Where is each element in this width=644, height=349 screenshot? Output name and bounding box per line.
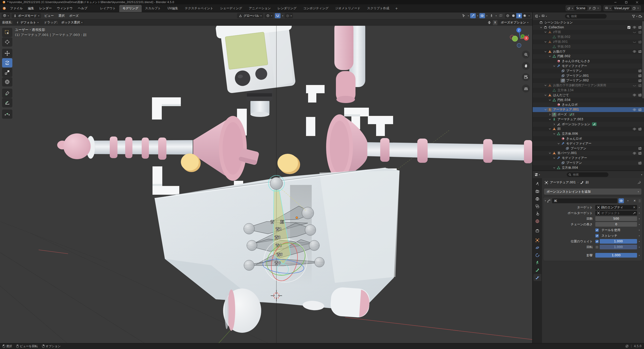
menu-3[interactable]: ウィンドウ: [54, 5, 75, 11]
properties-tab-data[interactable]: [533, 259, 541, 266]
animate-dot[interactable]: [637, 241, 641, 242]
properties-editor-type-button[interactable]: ▾: [535, 173, 540, 176]
viewlayer-name[interactable]: ViewLayer: [612, 6, 631, 11]
snap-toggle[interactable]: [275, 13, 281, 18]
animate-dot[interactable]: [637, 224, 641, 225]
perspective-toggle-button[interactable]: [522, 84, 530, 92]
check-icon[interactable]: [626, 26, 632, 29]
animate-dot[interactable]: [637, 207, 641, 208]
cam-icon[interactable]: [637, 93, 642, 97]
minimize-button[interactable]: [610, 0, 621, 4]
navigation-gizmo[interactable]: Z Y X: [506, 27, 531, 49]
chevron-down-icon[interactable]: [552, 167, 556, 169]
chevron-down-icon[interactable]: [544, 84, 547, 87]
cam-icon[interactable]: [637, 147, 642, 150]
pin-icon[interactable]: [638, 181, 641, 184]
rendered-shading-button[interactable]: [522, 13, 528, 18]
animate-dot[interactable]: [637, 230, 641, 231]
panel-expand-carat[interactable]: ▾: [545, 200, 546, 202]
pose-options-dropdown[interactable]: ポーズオプション ▾: [499, 20, 530, 25]
add-bone-constraint-button[interactable]: ボーンコンストレイントを追加▾: [544, 189, 641, 195]
axis-neg-y-ball[interactable]: [512, 36, 518, 41]
cam-icon[interactable]: [637, 161, 642, 165]
constraint-delete-button[interactable]: ✕: [632, 198, 637, 203]
menu-4[interactable]: ヘルプ: [75, 5, 90, 11]
outliner-item[interactable]: ブーリアン: [533, 69, 644, 73]
solid-shading-button[interactable]: [511, 13, 516, 18]
outliner-item[interactable]: ブーリアン.002: [533, 78, 644, 83]
チェーンの長さ-number-field[interactable]: 0: [595, 222, 637, 227]
new-collection-button[interactable]: [638, 14, 642, 18]
ターゲット-object-field[interactable]: 顔のエンプティ✕: [595, 205, 637, 210]
animate-dot[interactable]: [637, 213, 641, 214]
cam-icon[interactable]: [637, 79, 642, 82]
constraint-name-field[interactable]: IK: [552, 198, 617, 203]
editor-type-button[interactable]: ▾: [2, 13, 10, 18]
ストレッチ-checkbox[interactable]: [595, 234, 599, 237]
outliner-item[interactable]: 首パーツ.001: [533, 151, 644, 156]
menu-2[interactable]: レンダー: [37, 5, 54, 11]
properties-tab-tool[interactable]: [533, 180, 541, 187]
breadcrumb-object[interactable]: アーマチュア.001: [550, 180, 576, 185]
sidebar-collapse-arrow[interactable]: ‹: [528, 33, 529, 38]
pose-breakdowner-tool[interactable]: [2, 109, 12, 119]
show-gizmo-toggle[interactable]: [470, 13, 476, 18]
pan-hand-button[interactable]: [522, 62, 530, 70]
animate-dot[interactable]: [637, 235, 641, 236]
robot-foot-left[interactable]: [223, 288, 261, 333]
drag-mode-selector[interactable]: ボックス選択 ▾: [60, 20, 84, 25]
viewport-menu-1[interactable]: 選択: [56, 13, 67, 19]
maximize-button[interactable]: [621, 0, 632, 4]
menu-0[interactable]: ファイル: [7, 5, 25, 11]
show-overlays-toggle[interactable]: [479, 13, 485, 18]
chevron-down-icon[interactable]: [544, 41, 547, 43]
axis-neg-z-ball[interactable]: [517, 43, 521, 47]
coord-system-selector[interactable]: デフォルト ▾: [14, 20, 40, 25]
workspace-tab-スカルプト[interactable]: スカルプト: [142, 5, 164, 12]
annotate-tool[interactable]: [2, 89, 12, 98]
workspace-tab-モデリング[interactable]: モデリング: [119, 5, 142, 12]
add-workspace-button[interactable]: +: [393, 6, 401, 10]
viewport-menu-0[interactable]: ビュー: [42, 13, 56, 19]
close-button[interactable]: [632, 0, 642, 4]
eye-icon[interactable]: [632, 151, 637, 155]
cam-icon[interactable]: [637, 69, 642, 73]
viewport-menu-2[interactable]: ポーズ: [67, 13, 81, 19]
constraint-enable-eye-button[interactable]: [618, 198, 624, 203]
cursor-tool[interactable]: [2, 37, 12, 47]
outliner-item[interactable]: モディファイアー: [533, 156, 644, 160]
animate-dot[interactable]: [637, 247, 641, 248]
eye-closed-icon[interactable]: [632, 30, 637, 34]
viewlayer-selector[interactable]: ▾ ViewLayer ✕: [604, 5, 641, 11]
outliner-item[interactable]: きゅんロボ: [533, 136, 644, 141]
chevron-down-icon[interactable]: [548, 99, 552, 101]
select-box-tool[interactable]: [2, 28, 12, 37]
drag-handle-icon[interactable]: [639, 199, 641, 203]
transform-orientation-selector[interactable]: グローバル ▾: [237, 13, 263, 18]
位置のウェイト-slider[interactable]: 1.000: [600, 239, 637, 244]
properties-tab-bone-constraint[interactable]: [533, 274, 541, 281]
eye-icon[interactable]: [632, 108, 637, 112]
chevron-down-icon[interactable]: [552, 65, 556, 67]
chevron-down-icon[interactable]: [548, 128, 552, 130]
outliner-item[interactable]: 立方体.006: [533, 131, 644, 136]
transform-tool[interactable]: [2, 77, 12, 87]
scale-tool[interactable]: [2, 68, 12, 77]
eye-closed-icon[interactable]: [632, 40, 637, 44]
constraint-extras-carat[interactable]: ▾: [625, 198, 631, 203]
chevron-down-icon[interactable]: [544, 108, 547, 111]
outliner-item[interactable]: ブーリアン.001: [533, 73, 644, 78]
outliner-item[interactable]: きゅんロボむらさき: [533, 59, 644, 64]
outliner-item[interactable]: アーマチュア.001: [533, 107, 644, 112]
animate-dot[interactable]: [637, 218, 641, 219]
cam-icon[interactable]: [637, 127, 642, 131]
properties-tab-collection[interactable]: [533, 227, 541, 234]
outliner-search-input[interactable]: [565, 14, 607, 19]
outliner-item[interactable]: きゅんロボ: [533, 103, 644, 107]
pose-xray-toggle[interactable]: [489, 13, 494, 18]
properties-tab-physics[interactable]: [533, 244, 541, 251]
workspace-tab-レンダリング[interactable]: レンダリング: [274, 5, 300, 12]
properties-tab-render[interactable]: [533, 188, 541, 195]
workspace-tab-UV編集[interactable]: UV編集: [164, 5, 181, 12]
cam-icon[interactable]: [637, 30, 642, 34]
